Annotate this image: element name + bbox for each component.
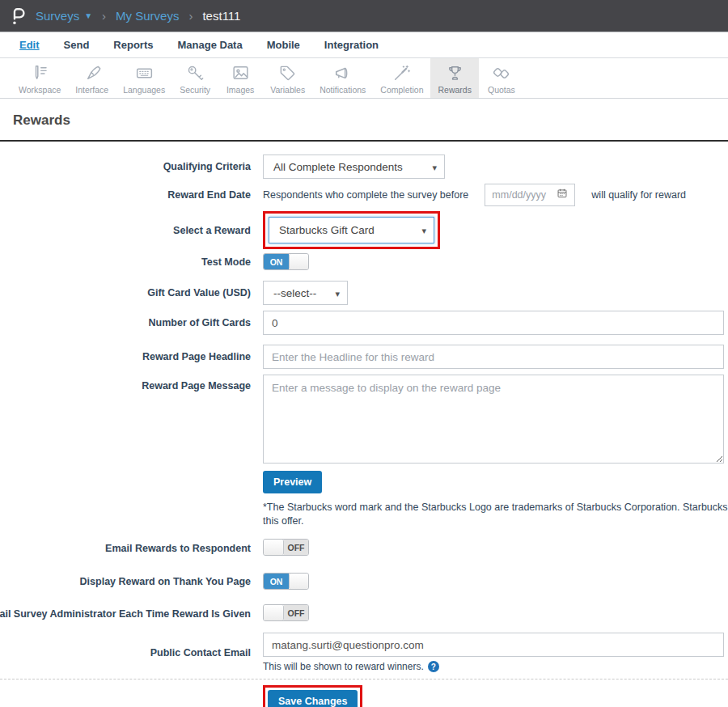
display-reward-toggle[interactable]: ON xyxy=(263,573,309,590)
toolbar-item-quotas[interactable]: Quotas xyxy=(479,58,524,98)
breadcrumb-my-surveys[interactable]: My Surveys xyxy=(116,9,179,23)
toggle-knob xyxy=(289,254,308,269)
page-title: Rewards xyxy=(13,112,728,129)
dropdown-caret-icon xyxy=(421,224,426,236)
breadcrumb-separator-icon: › xyxy=(187,9,194,23)
toolbar-item-rewards[interactable]: Rewards xyxy=(430,58,478,98)
toolbar-item-variables[interactable]: Variables xyxy=(263,58,312,98)
reward-end-date-label: Reward End Date xyxy=(167,189,251,201)
public-email-input[interactable] xyxy=(263,633,724,657)
end-date-suffix-text: will qualify for reward xyxy=(591,189,686,201)
breadcrumb-current-survey: test111 xyxy=(202,9,240,23)
questionpro-logo-icon[interactable] xyxy=(10,6,28,27)
toolbar-item-completion[interactable]: Completion xyxy=(373,58,430,98)
date-placeholder: mm/dd/yyyy xyxy=(492,189,546,201)
selected-value: --select-- xyxy=(273,287,316,299)
display-reward-label: Display Reward on Thank You Page xyxy=(80,576,251,587)
tab-send[interactable]: Send xyxy=(64,39,90,51)
toggle-knob xyxy=(264,605,284,620)
pen-knife-icon xyxy=(82,63,102,83)
rewards-form: Qualifying Criteria All Complete Respond… xyxy=(0,142,728,707)
chain-links-icon xyxy=(491,63,511,83)
end-date-prefix-text: Respondents who complete the survey befo… xyxy=(263,189,468,201)
toolbar-item-security[interactable]: Security xyxy=(172,58,218,98)
toolbar-item-label: Workspace xyxy=(19,85,61,95)
num-gift-cards-label: Number of Gift Cards xyxy=(149,317,251,328)
edit-icon-toolbar: Workspace Interface Languages Security I… xyxy=(0,58,728,99)
email-rewards-toggle[interactable]: OFF xyxy=(263,539,309,556)
select-reward-select[interactable]: Starbucks Gift Card xyxy=(269,217,434,243)
tab-manage-data[interactable]: Manage Data xyxy=(177,39,242,51)
pencil-list-icon xyxy=(30,63,50,83)
breadcrumb-surveys[interactable]: Surveys xyxy=(36,9,79,23)
toolbar-item-workspace[interactable]: Workspace xyxy=(11,58,68,98)
toolbar-item-interface[interactable]: Interface xyxy=(68,58,116,98)
toolbar-item-label: Quotas xyxy=(488,85,515,95)
starbucks-disclaimer-text: *The Starbucks word mark and the Starbuc… xyxy=(263,501,728,527)
reward-message-label: Reward Page Message xyxy=(142,380,251,392)
toolbar-item-label: Notifications xyxy=(320,85,366,95)
selected-value: All Complete Respondents xyxy=(273,161,403,173)
tab-integration[interactable]: Integration xyxy=(324,39,379,51)
megaphone-icon xyxy=(332,63,353,83)
main-tab-nav: Edit Send Reports Manage Data Mobile Int… xyxy=(0,32,728,58)
toggle-knob xyxy=(264,540,284,555)
public-email-label: Public Contact Email xyxy=(150,647,251,658)
toolbar-item-label: Languages xyxy=(123,85,165,95)
tag-icon xyxy=(277,63,298,83)
test-mode-toggle[interactable]: ON xyxy=(263,253,309,270)
toolbar-item-notifications[interactable]: Notifications xyxy=(312,58,373,98)
reward-message-textarea[interactable] xyxy=(263,375,724,464)
toolbar-item-label: Interface xyxy=(75,85,108,95)
toolbar-item-label: Images xyxy=(226,85,254,95)
picture-icon xyxy=(231,63,251,83)
toggle-state-text: OFF xyxy=(284,540,308,555)
reward-end-date-input[interactable]: mm/dd/yyyy xyxy=(485,184,575,206)
toggle-state-text: ON xyxy=(264,574,289,589)
email-rewards-label: Email Rewards to Respondent xyxy=(105,543,251,554)
toolbar-item-images[interactable]: Images xyxy=(218,58,263,98)
selected-value: Starbucks Gift Card xyxy=(279,224,375,236)
calendar-icon[interactable] xyxy=(557,188,568,202)
toolbar-item-label: Security xyxy=(180,85,210,95)
gift-card-value-label: Gift Card Value (USD) xyxy=(147,287,251,298)
save-section-divider xyxy=(0,679,728,679)
email-admin-toggle[interactable]: OFF xyxy=(263,604,309,621)
annotation-highlight-box: Starbucks Gift Card xyxy=(263,211,440,249)
test-mode-label: Test Mode xyxy=(201,256,251,268)
reward-headline-label: Reward Page Headline xyxy=(142,351,251,362)
gift-card-value-select[interactable]: --select-- xyxy=(263,281,348,305)
tab-edit[interactable]: Edit xyxy=(19,39,40,51)
annotation-highlight-box: Save Changes xyxy=(263,685,362,707)
email-admin-label: Email Survey Administrator Each Time Rew… xyxy=(0,608,251,620)
trophy-icon xyxy=(445,63,465,83)
dropdown-caret-icon xyxy=(432,161,437,173)
qualifying-criteria-select[interactable]: All Complete Respondents xyxy=(263,155,445,179)
toolbar-item-languages[interactable]: Languages xyxy=(116,58,172,98)
public-email-helper-text: This will be shown to reward winners. xyxy=(263,661,424,672)
toggle-knob xyxy=(289,574,308,589)
qualifying-criteria-label: Qualifying Criteria xyxy=(163,161,251,172)
tab-reports[interactable]: Reports xyxy=(113,39,153,51)
key-icon xyxy=(185,63,205,83)
save-changes-button[interactable]: Save Changes xyxy=(268,690,358,707)
toolbar-item-label: Rewards xyxy=(438,85,471,95)
toggle-state-text: OFF xyxy=(284,605,308,620)
reward-headline-input[interactable] xyxy=(263,345,724,369)
chevron-down-icon[interactable]: ▼ xyxy=(84,11,92,20)
num-gift-cards-input[interactable] xyxy=(263,311,724,335)
dropdown-caret-icon xyxy=(335,287,340,299)
toggle-state-text: ON xyxy=(264,254,289,269)
breadcrumb-separator-icon: › xyxy=(100,9,108,23)
preview-button[interactable]: Preview xyxy=(263,471,322,493)
tab-mobile[interactable]: Mobile xyxy=(267,39,300,51)
top-header: Surveys ▼ › My Surveys › test111 xyxy=(0,0,728,32)
keyboard-icon xyxy=(134,63,154,83)
magic-wand-icon xyxy=(392,63,412,83)
select-reward-label: Select a Reward xyxy=(173,225,251,236)
help-icon[interactable] xyxy=(428,661,439,672)
toolbar-item-label: Completion xyxy=(380,85,423,95)
toolbar-item-label: Variables xyxy=(270,85,305,95)
